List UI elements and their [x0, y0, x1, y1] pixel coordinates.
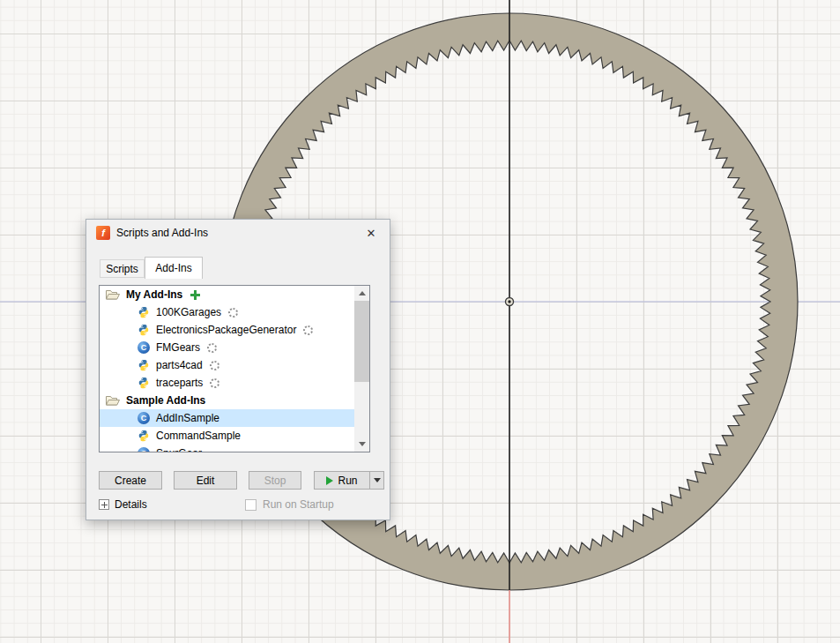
run-label: Run [338, 475, 357, 487]
list-item[interactable]: CommandSample [100, 427, 354, 445]
list-item[interactable]: CFMGears [100, 339, 354, 356]
add-addin-icon[interactable] [190, 290, 200, 300]
python-icon [138, 324, 150, 336]
list-item-label: Sample Add-Ins [126, 394, 205, 407]
run-on-startup-checkbox[interactable]: Run on Startup [245, 497, 334, 512]
close-button[interactable]: ✕ [359, 223, 383, 243]
list-item[interactable]: parts4cad [100, 356, 354, 374]
stop-button[interactable]: Stop [249, 471, 301, 490]
run-on-startup-label: Run on Startup [263, 498, 334, 511]
details-label: Details [115, 498, 147, 511]
dialog-title: Scripts and Add-Ins [116, 227, 208, 239]
tab-addins[interactable]: Add-Ins [145, 257, 203, 279]
csharp-icon: C [138, 412, 150, 424]
scrollbar[interactable] [354, 286, 369, 452]
addins-list: My Add-Ins100KGaragesElectronicsPackageG… [99, 285, 370, 452]
list-item[interactable]: ElectronicsPackageGenerator [100, 321, 354, 339]
scroll-up-button[interactable] [354, 286, 369, 301]
loading-spinner-icon [303, 325, 313, 335]
python-icon [138, 359, 150, 371]
run-dropdown-button[interactable] [369, 471, 384, 490]
list-item[interactable]: My Add-Ins [100, 286, 354, 303]
triangle-up-icon [359, 291, 366, 295]
scrollbar-thumb[interactable] [354, 301, 369, 382]
list-item-label: CommandSample [156, 430, 241, 442]
list-item-label: parts4cad [156, 359, 203, 371]
checkbox-icon [245, 499, 256, 511]
create-button[interactable]: Create [99, 471, 162, 490]
loading-spinner-icon [210, 378, 219, 388]
tab-scripts[interactable]: Scripts [100, 259, 145, 278]
list-item-label: SpurGear [156, 447, 202, 452]
loading-spinner-icon [207, 343, 217, 353]
scripts-addins-dialog: f Scripts and Add-Ins ✕ Scripts Add-Ins … [85, 219, 390, 520]
list-item[interactable]: 100KGarages [100, 303, 354, 321]
list-item-label: AddInSample [156, 412, 219, 424]
fusion-app-icon: f [96, 226, 110, 240]
list-item-label: traceparts [156, 377, 203, 389]
edit-button[interactable]: Edit [174, 471, 237, 490]
list-item-label: My Add-Ins [126, 288, 182, 301]
loading-spinner-icon [228, 308, 238, 318]
python-icon [138, 430, 150, 442]
loading-spinner-icon [210, 361, 219, 370]
triangle-down-icon [359, 442, 366, 446]
list-item[interactable]: CSpurGear [100, 445, 354, 452]
python-icon [138, 306, 150, 318]
scroll-down-button[interactable] [354, 437, 369, 452]
run-button[interactable]: Run [314, 471, 370, 490]
play-icon [326, 476, 333, 485]
dropdown-arrow-icon [374, 478, 381, 482]
list-item[interactable]: Sample Add-Ins [100, 392, 354, 409]
expand-plus-icon [99, 499, 109, 510]
list-item-label: ElectronicsPackageGenerator [156, 324, 296, 336]
csharp-icon: C [138, 447, 150, 452]
list-item[interactable]: CAddInSample [100, 409, 354, 427]
folder-icon [106, 289, 120, 300]
list-item-label: 100KGarages [156, 306, 221, 318]
list-item-label: FMGears [156, 341, 200, 354]
list-item[interactable]: traceparts [100, 374, 354, 392]
python-icon [138, 377, 150, 389]
origin-dot [508, 300, 510, 303]
folder-icon [106, 395, 120, 406]
details-expander[interactable]: Details [99, 497, 147, 512]
dialog-titlebar[interactable]: f Scripts and Add-Ins ✕ [86, 220, 390, 246]
csharp-icon: C [138, 341, 150, 354]
